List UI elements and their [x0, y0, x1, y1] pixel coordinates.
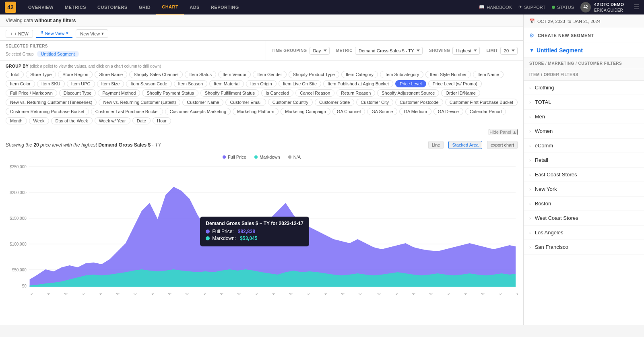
pellet-price-level-w-promo[interactable]: Price Level (w/ Promo)	[428, 80, 482, 87]
nav-grid[interactable]: GRID	[133, 0, 157, 14]
pellet-store-name[interactable]: Store Name	[95, 71, 127, 78]
pellet-week-w-year[interactable]: Week w/ Year	[95, 117, 130, 124]
nav-customers[interactable]: CUSTOMERS	[92, 0, 133, 14]
pellet-new-vs-returning-customer-timeseries[interactable]: New vs. Returning Customer (Timeseries)	[6, 99, 97, 106]
pellet-item-name[interactable]: Item Name	[473, 71, 504, 78]
pellet-item-status[interactable]: Item Status	[185, 71, 216, 78]
nav-metrics[interactable]: METRICS	[59, 0, 92, 14]
sidebar-item-retail[interactable]: ›Retail	[524, 153, 644, 167]
pellet-item-material[interactable]: Item Material	[209, 80, 244, 87]
pellet-calendar-period[interactable]: Calendar Period	[465, 108, 506, 115]
sidebar-item-los-angeles[interactable]: ›Los Angeles	[524, 225, 644, 240]
sidebar-item-boston[interactable]: ›Boston	[524, 196, 644, 211]
pellet-customer-first-purchase-bucket[interactable]: Customer First Purchase Bucket	[445, 99, 518, 106]
time-grouping-select[interactable]: Day	[310, 47, 330, 55]
filter-tag[interactable]: Untitled Segment	[37, 51, 79, 57]
pellet-item-gender[interactable]: Item Gender	[253, 71, 286, 78]
pellet-total[interactable]: Total	[6, 71, 24, 78]
pellet-shopify-product-type[interactable]: Shopify Product Type	[289, 71, 339, 78]
pellet-marketing-campaign[interactable]: Marketing Campaign	[281, 108, 330, 115]
pellet-item-season[interactable]: Item Season	[174, 80, 208, 87]
pellet-price-level[interactable]: Price Level	[395, 80, 426, 87]
sidebar-item-clothing[interactable]: ›Clothing	[524, 81, 644, 95]
pellet-item-color[interactable]: Item Color	[6, 80, 35, 87]
limit-select[interactable]: 20	[500, 47, 518, 55]
segment-title[interactable]: Untitled Segment	[537, 47, 638, 54]
pellet-item-category[interactable]: Item Category	[341, 71, 378, 78]
sidebar-item-men[interactable]: ›Men	[524, 110, 644, 124]
create-segment-button[interactable]: CREATE NEW SEGMENT	[538, 33, 594, 38]
sidebar-item-east-coast-stores[interactable]: ›East Coast Stores	[524, 167, 644, 182]
export-chart-button[interactable]: export chart	[487, 141, 518, 149]
pellet-customer-email[interactable]: Customer Email	[225, 99, 266, 106]
sidebar-item-west-coast-stores[interactable]: ›West Coast Stores	[524, 211, 644, 225]
pellet-item-upc[interactable]: Item UPC	[67, 80, 95, 87]
nav-profile[interactable]: 42 42 DTC DEMO ERICA GUIDER	[580, 2, 624, 12]
pellet-hour[interactable]: Hour	[153, 117, 171, 124]
pellet-item-published-at-aging-bucket[interactable]: Item Published at Aging Bucket	[323, 80, 393, 87]
pellet-marketing-platform[interactable]: Marketing Platform	[233, 108, 279, 115]
pellet-item-season-code[interactable]: Item Season Code	[126, 80, 171, 87]
pellet-ga-source[interactable]: GA Source	[367, 108, 397, 115]
pellet-date[interactable]: Date	[132, 117, 151, 124]
pellet-new-vs-returning-customer-latest[interactable]: New vs. Returning Customer (Latest)	[99, 99, 180, 106]
nav-ads[interactable]: ADS	[184, 0, 205, 14]
pellet-customer-last-purchase-bucket[interactable]: Customer Last Purchase Bucket	[91, 108, 163, 115]
sidebar-item-ecomm[interactable]: ›eComm	[524, 139, 644, 153]
pellet-store-type[interactable]: Store Type	[26, 71, 56, 78]
sidebar-item-new-york[interactable]: ›New York	[524, 182, 644, 196]
active-tab[interactable]: ⠿ New View ▾	[36, 29, 73, 38]
pellet-shopify-adjustment-source[interactable]: Shopify Adjustment Source	[377, 89, 439, 97]
segment-expand-icon[interactable]: ▼	[529, 48, 534, 53]
nav-overview[interactable]: OVERVIEW	[23, 0, 59, 14]
pellet-store-region[interactable]: Store Region	[58, 71, 93, 78]
pellet-item-vendor[interactable]: Item Vendor	[218, 71, 251, 78]
pellet-customer-city[interactable]: Customer City	[356, 99, 393, 106]
pellet-month[interactable]: Month	[6, 117, 27, 124]
pellet-return-reason[interactable]: Return Reason	[336, 89, 375, 97]
pellet-item-origin[interactable]: Item Origin	[246, 80, 277, 87]
hamburger-icon[interactable]: ☰	[634, 3, 639, 11]
pellet-ga-medium[interactable]: GA Medium	[399, 108, 431, 115]
pellet-item-live-on-site[interactable]: Item Live On Site	[279, 80, 321, 87]
pellet-item-size[interactable]: Item Size	[97, 80, 124, 87]
stacked-area-button[interactable]: Stacked Area	[448, 141, 482, 149]
pellet-customer-returning-purchase-bucket[interactable]: Customer Returning Purchase Bucket	[6, 108, 89, 115]
pellet-cancel-reason[interactable]: Cancel Reason	[295, 89, 334, 97]
support-link[interactable]: ✈ SUPPORT	[518, 4, 545, 10]
app-logo[interactable]: 42	[5, 2, 16, 13]
hide-panel-button[interactable]: Hide Panel ▲	[489, 129, 518, 135]
pellet-day-of-the-week[interactable]: Day of the Week	[51, 117, 93, 124]
pellet-shopify-payment-status[interactable]: Shopify Payment Status	[142, 89, 198, 97]
pellet-customer-accepts-marketing[interactable]: Customer Accepts Marketing	[165, 108, 231, 115]
pellet-item-sku[interactable]: Item SKU	[37, 80, 65, 87]
sidebar-item-san-francisco[interactable]: ›San Francisco	[524, 240, 644, 254]
pellet-payment-method[interactable]: Payment Method	[98, 89, 140, 97]
handbook-link[interactable]: 📖 HANDBOOK	[479, 4, 512, 10]
pellet-week[interactable]: Week	[29, 117, 49, 124]
pellet-item-style-number[interactable]: Item Style Number	[425, 71, 471, 78]
pellet-customer-country[interactable]: Customer Country	[268, 99, 313, 106]
pellet-shopify-fulfillment-status[interactable]: Shopify Fulfillment Status	[200, 89, 259, 97]
showing-select[interactable]: Highest	[452, 47, 480, 55]
nav-chart[interactable]: CHART	[156, 0, 184, 14]
pellet-item-subcategory[interactable]: Item Subcategory	[380, 71, 423, 78]
pellet-customer-state[interactable]: Customer State	[315, 99, 354, 106]
sidebar-item-women[interactable]: ›Women	[524, 124, 644, 139]
pellet-full-price--markdown[interactable]: Full Price / Markdown	[6, 89, 57, 97]
pellet-is-canceled[interactable]: Is Canceled	[261, 89, 293, 97]
pellet-order-idname[interactable]: Order ID/Name	[441, 89, 480, 97]
status-link[interactable]: STATUS	[552, 5, 574, 10]
pellet-discount-type[interactable]: Discount Type	[59, 89, 96, 97]
line-chart-button[interactable]: Line	[428, 141, 444, 149]
sidebar-item-total[interactable]: ›TOTAL	[524, 95, 644, 110]
secondary-tab[interactable]: New View ▾	[76, 29, 108, 38]
pellet-shopify-sales-channel[interactable]: Shopify Sales Channel	[129, 71, 183, 78]
metric-select[interactable]: Demand Gross Sales $ - TY	[355, 47, 423, 55]
pellet-customer-name[interactable]: Customer Name	[182, 99, 223, 106]
pellet-customer-postcode[interactable]: Customer Postcode	[395, 99, 443, 106]
pellet-ga-channel[interactable]: GA Channel	[332, 108, 365, 115]
new-tab-button[interactable]: + + NEW	[6, 30, 33, 38]
pellet-ga-device[interactable]: GA Device	[433, 108, 463, 115]
nav-reporting[interactable]: REPORTING	[205, 0, 245, 14]
